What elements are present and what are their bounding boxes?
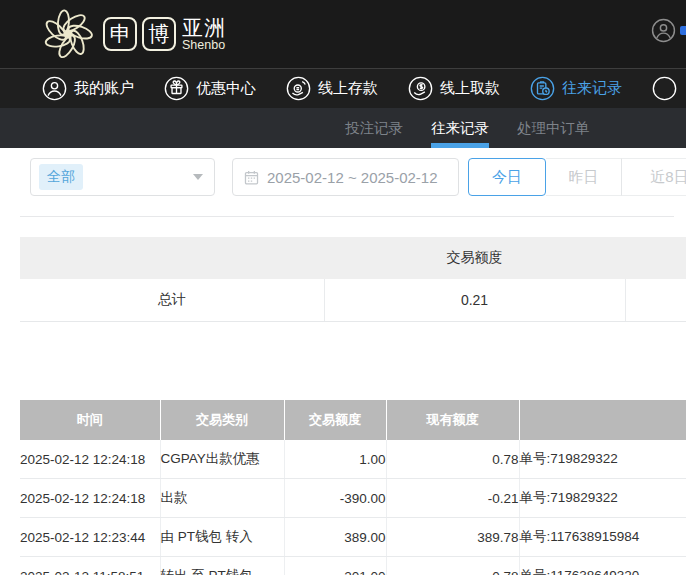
withdraw-icon (408, 76, 433, 101)
table-row: 2025-02-12 12:23:44 由 PT钱包 转入 389.00 389… (20, 518, 686, 557)
cell-type: CGPAY出款优惠 (160, 440, 284, 479)
cell-amount: 1.00 (284, 440, 386, 479)
tab-transaction-records[interactable]: 往来记录 (431, 108, 489, 148)
quick-date-buttons: 今日 昨日 近8日 (468, 158, 686, 196)
records-icon (530, 76, 555, 101)
nav-label: 我的账户 (74, 79, 134, 98)
cell-type: 由 PT钱包 转入 (160, 518, 284, 557)
date-range-value: 2025-02-12 ~ 2025-02-12 (267, 169, 438, 186)
user-avatar-icon[interactable] (651, 18, 676, 43)
nav-item-withdraw[interactable]: 线上取款 (408, 76, 500, 101)
cell-time: 2025-02-12 11:58:51 (20, 557, 160, 575)
cell-summary: 单号:719829322 (519, 479, 686, 518)
user-icon (42, 76, 67, 101)
cell-balance: 0.78 (386, 557, 519, 575)
col-header-summary: 摘要 (519, 400, 686, 440)
type-filter-select[interactable]: 全部 (30, 158, 215, 196)
cell-balance: -0.21 (386, 479, 519, 518)
filter-bar: 全部 2025-02-12 ~ 2025-02-12 今日 昨日 近8日 (0, 148, 686, 210)
table-row: 2025-02-12 12:24:18 CGPAY出款优惠 1.00 0.78 … (20, 440, 686, 479)
nav-item-partial[interactable] (652, 76, 677, 101)
records-tab-bar: 投注记录 往来记录 处理中订单 (0, 108, 686, 148)
nav-item-my-account[interactable]: 我的账户 (42, 76, 134, 101)
summary-total-value: 0.21 (324, 279, 625, 322)
calendar-icon (243, 169, 260, 186)
logo-char-box: 博 (142, 17, 176, 51)
cell-type: 转出 至 PT钱包 (160, 557, 284, 575)
col-header-balance: 现有额度 (386, 400, 519, 440)
tab-betting-records[interactable]: 投注记录 (345, 108, 403, 148)
col-header-time: 时间 (20, 400, 160, 440)
cell-amount: -201.00 (284, 557, 386, 575)
cell-summary: 单号:719829322 (519, 440, 686, 479)
nav-label: 线上取款 (440, 79, 500, 98)
nav-item-deposit[interactable]: 线上存款 (286, 76, 378, 101)
summary-empty-cell (625, 279, 686, 322)
summary-total-row: 总计 0.21 (20, 279, 686, 322)
flower-logo-icon (38, 4, 98, 64)
cell-amount: 389.00 (284, 518, 386, 557)
cell-balance: 389.78 (386, 518, 519, 557)
section-divider (20, 216, 674, 217)
last-8-days-button[interactable]: 近8日 (621, 158, 686, 196)
col-header-amount: 交易额度 (284, 400, 386, 440)
nav-label: 往来记录 (562, 79, 622, 98)
cell-time: 2025-02-12 12:24:18 (20, 440, 160, 479)
gift-icon (164, 76, 189, 101)
summary-empty-cell (20, 237, 324, 279)
table-row: 2025-02-12 12:24:18 出款 -390.00 -0.21 单号:… (20, 479, 686, 518)
header-badge-partial (680, 26, 686, 35)
tab-processing-orders[interactable]: 处理中订单 (517, 108, 590, 148)
cell-type: 出款 (160, 479, 284, 518)
summary-empty-cell (625, 237, 686, 279)
nav-label: 优惠中心 (196, 79, 256, 98)
transactions-header-row: 时间 交易类别 交易额度 现有额度 摘要 (20, 400, 686, 440)
cell-summary: 单号:117638649320 (519, 557, 686, 575)
nav-label: 线上存款 (318, 79, 378, 98)
logo-subtitle: Shenbo (182, 39, 226, 52)
partial-circle-icon (652, 76, 677, 101)
cell-balance: 0.78 (386, 440, 519, 479)
main-navigation: 我的账户 优惠中心 线上存款 线上取款 (0, 68, 686, 108)
chevron-down-icon (193, 174, 203, 180)
selected-filter-chip: 全部 (39, 164, 83, 190)
transactions-table: 时间 交易类别 交易额度 现有额度 摘要 2025-02-12 12:24:18… (20, 400, 686, 575)
yesterday-button[interactable]: 昨日 (546, 158, 621, 196)
date-range-picker[interactable]: 2025-02-12 ~ 2025-02-12 (232, 158, 459, 196)
cell-time: 2025-02-12 12:23:44 (20, 518, 160, 557)
top-header: 申 博 亚洲 Shenbo (0, 0, 686, 68)
summary-table: 交易额度 总计 0.21 (20, 237, 686, 322)
deposit-icon (286, 76, 311, 101)
col-header-type: 交易类别 (160, 400, 284, 440)
summary-header-row: 交易额度 (20, 237, 686, 279)
nav-item-promotions[interactable]: 优惠中心 (164, 76, 256, 101)
cell-summary: 单号:117638915984 (519, 518, 686, 557)
table-row: 2025-02-12 11:58:51 转出 至 PT钱包 -201.00 0.… (20, 557, 686, 575)
logo-char-box: 申 (103, 17, 137, 51)
cell-amount: -390.00 (284, 479, 386, 518)
nav-item-records[interactable]: 往来记录 (530, 76, 622, 101)
cell-time: 2025-02-12 12:24:18 (20, 479, 160, 518)
logo-region-text: 亚洲 (182, 17, 226, 38)
brand-logo: 申 博 亚洲 Shenbo (38, 4, 226, 64)
today-button[interactable]: 今日 (468, 158, 546, 196)
summary-total-label: 总计 (20, 279, 324, 322)
summary-amount-header: 交易额度 (324, 237, 625, 279)
